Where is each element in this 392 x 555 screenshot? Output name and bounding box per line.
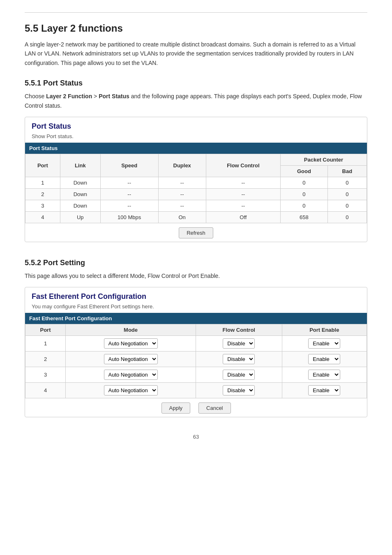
fe-col-mode: Mode: [66, 324, 196, 336]
cell-speed: --: [100, 188, 158, 200]
cell-duplex: --: [158, 177, 206, 188]
cell-duplex: On: [158, 211, 206, 223]
fast-ethernet-panel-header: Fast Etherent Port Configuration You may…: [25, 287, 367, 313]
cell-port: 4: [25, 211, 60, 223]
table-row: 4 Up 100 Mbps On Off 658 0: [25, 211, 367, 223]
cell-speed: 100 Mbps: [100, 211, 158, 223]
fe-cell-mode[interactable]: Auto Negotiation 10 Mbps Half 10 Mbps Fu…: [66, 367, 196, 383]
top-divider: [25, 12, 367, 13]
cell-bad: 0: [327, 200, 367, 211]
cell-link: Down: [60, 177, 100, 188]
fe-cell-flow-control[interactable]: Disable Enable: [196, 336, 282, 352]
fast-ethernet-table: Port Mode Flow Control Port Enable 1 Aut…: [25, 324, 367, 398]
port-enable-select[interactable]: Enable Disable: [308, 385, 340, 395]
table-row: 1 Down -- -- -- 0 0: [25, 177, 367, 188]
fe-col-port: Port: [25, 324, 66, 336]
refresh-button[interactable]: Refresh: [179, 227, 213, 238]
apply-cancel-row: Apply Cancel: [25, 398, 367, 417]
apply-button[interactable]: Apply: [161, 402, 191, 414]
col-packet-counter: Packet Counter: [280, 154, 367, 165]
port-setting-subsection-title: 5.5.2 Port Setting: [25, 259, 367, 267]
cell-link: Up: [60, 211, 100, 223]
fe-cell-port-enable[interactable]: Enable Disable: [282, 352, 367, 367]
cell-bad: 0: [327, 211, 367, 223]
cell-bad: 0: [327, 177, 367, 188]
list-item: 4 Auto Negotiation 10 Mbps Half 10 Mbps …: [25, 383, 367, 398]
cell-bad: 0: [327, 188, 367, 200]
fe-cell-port-enable[interactable]: Enable Disable: [282, 367, 367, 383]
cell-speed: --: [100, 200, 158, 211]
mode-select[interactable]: Auto Negotiation 10 Mbps Half 10 Mbps Fu…: [104, 338, 158, 349]
fast-ethernet-panel: Fast Etherent Port Configuration You may…: [25, 287, 367, 417]
table-row: 3 Down -- -- -- 0 0: [25, 200, 367, 211]
fe-cell-port: 1: [25, 336, 66, 352]
flow-control-select[interactable]: Disable Enable: [223, 354, 255, 364]
refresh-button-row: Refresh: [25, 223, 367, 242]
cell-link: Down: [60, 188, 100, 200]
port-status-panel-subtitle: Show Port status.: [32, 133, 360, 139]
cell-flow-control: --: [206, 188, 280, 200]
mode-select[interactable]: Auto Negotiation 10 Mbps Half 10 Mbps Fu…: [104, 354, 158, 364]
fast-ethernet-panel-subtitle: You may configure Fast Etherent Port set…: [32, 303, 360, 310]
cell-port: 3: [25, 200, 60, 211]
cell-port: 2: [25, 188, 60, 200]
col-speed: Speed: [100, 154, 158, 177]
cell-flow-control: --: [206, 200, 280, 211]
list-item: 2 Auto Negotiation 10 Mbps Half 10 Mbps …: [25, 352, 367, 367]
fe-cell-mode[interactable]: Auto Negotiation 10 Mbps Half 10 Mbps Fu…: [66, 336, 196, 352]
cell-link: Down: [60, 200, 100, 211]
fe-col-flow-control: Flow Control: [196, 324, 282, 336]
port-enable-select[interactable]: Enable Disable: [308, 338, 340, 349]
cell-good: 658: [280, 211, 327, 223]
cell-flow-control: Off: [206, 211, 280, 223]
mode-select[interactable]: Auto Negotiation 10 Mbps Half 10 Mbps Fu…: [104, 370, 158, 380]
section-title: 5.5 Layer 2 functions: [25, 23, 367, 34]
port-status-table-header: Port Status: [25, 143, 367, 154]
cell-good: 0: [280, 188, 327, 200]
fe-cell-flow-control[interactable]: Disable Enable: [196, 383, 282, 398]
cell-speed: --: [100, 177, 158, 188]
cell-duplex: --: [158, 200, 206, 211]
fe-col-port-enable: Port Enable: [282, 324, 367, 336]
cell-flow-control: --: [206, 177, 280, 188]
fe-cell-port-enable[interactable]: Enable Disable: [282, 336, 367, 352]
cell-good: 0: [280, 177, 327, 188]
fe-cell-flow-control[interactable]: Disable Enable: [196, 367, 282, 383]
port-status-panel-title: Port Status: [32, 122, 360, 131]
fe-cell-port-enable[interactable]: Enable Disable: [282, 383, 367, 398]
fe-cell-port: 4: [25, 383, 66, 398]
page-number: 63: [25, 434, 367, 440]
mode-select[interactable]: Auto Negotiation 10 Mbps Half 10 Mbps Fu…: [104, 385, 158, 395]
fast-ethernet-table-header: Fast Etherent Port Configuration: [25, 313, 367, 324]
cell-good: 0: [280, 200, 327, 211]
port-status-description: Choose Layer 2 Function > Port Status an…: [25, 92, 367, 110]
fe-cell-port: 2: [25, 352, 66, 367]
fe-cell-mode[interactable]: Auto Negotiation 10 Mbps Half 10 Mbps Fu…: [66, 383, 196, 398]
port-status-subsection-title: 5.5.1 Port Status: [25, 79, 367, 88]
list-item: 1 Auto Negotiation 10 Mbps Half 10 Mbps …: [25, 336, 367, 352]
fast-ethernet-panel-title: Fast Etherent Port Configuration: [32, 292, 360, 301]
port-status-panel-header: Port Status Show Port status.: [25, 117, 367, 143]
fe-cell-flow-control[interactable]: Disable Enable: [196, 352, 282, 367]
list-item: 3 Auto Negotiation 10 Mbps Half 10 Mbps …: [25, 367, 367, 383]
cell-duplex: --: [158, 188, 206, 200]
col-port: Port: [25, 154, 60, 177]
port-status-panel: Port Status Show Port status. Port Statu…: [25, 117, 367, 242]
col-link: Link: [60, 154, 100, 177]
port-setting-description: This page allows you to select a differe…: [25, 271, 367, 280]
table-row: 2 Down -- -- -- 0 0: [25, 188, 367, 200]
port-enable-select[interactable]: Enable Disable: [308, 370, 340, 380]
col-flow-control: Flow Control: [206, 154, 280, 177]
fe-cell-mode[interactable]: Auto Negotiation 10 Mbps Half 10 Mbps Fu…: [66, 352, 196, 367]
col-good: Good: [280, 165, 327, 177]
port-status-table: Port Link Speed Duplex Flow Control Pack…: [25, 154, 367, 223]
col-duplex: Duplex: [158, 154, 206, 177]
cancel-button[interactable]: Cancel: [198, 402, 231, 414]
flow-control-select[interactable]: Disable Enable: [223, 370, 255, 380]
port-enable-select[interactable]: Enable Disable: [308, 354, 340, 364]
flow-control-select[interactable]: Disable Enable: [223, 338, 255, 349]
fe-cell-port: 3: [25, 367, 66, 383]
section-description: A single layer-2 network may be partitio…: [25, 40, 367, 67]
flow-control-select[interactable]: Disable Enable: [223, 385, 255, 395]
col-bad: Bad: [327, 165, 367, 177]
